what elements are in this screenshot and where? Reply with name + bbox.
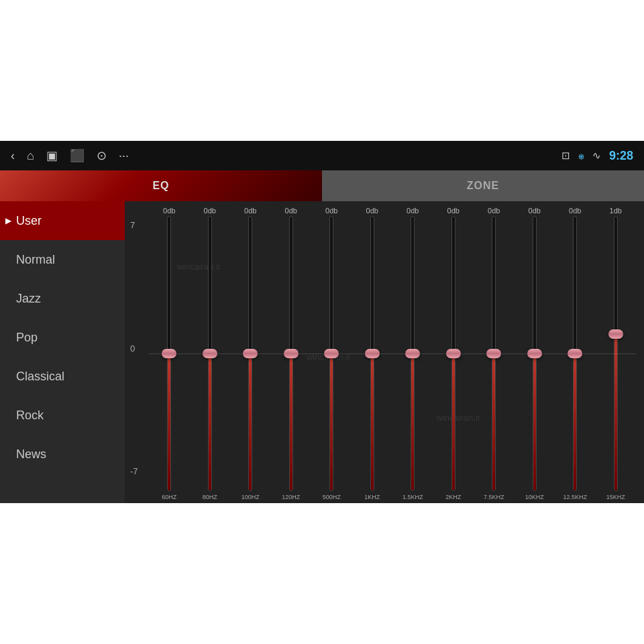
tab-zone-label: ZONE [467, 180, 499, 192]
sidebar-label-classical: Classical [16, 370, 64, 384]
eq-panel: wincairan.ir wincairan.ir wincairan.ir 7… [125, 201, 644, 503]
freq-label-cell: 500HZ [311, 494, 352, 500]
slider-handle[interactable] [608, 329, 623, 339]
sidebar-item-pop[interactable]: Pop [0, 318, 125, 357]
freq-label-cell: 2KHZ [433, 494, 474, 500]
db-value-cell: 0db [230, 207, 271, 215]
slider-track [329, 216, 333, 491]
slider-handle[interactable] [446, 349, 461, 358]
slider-track [208, 216, 212, 491]
freq-label-cell: 1KHZ [352, 494, 393, 500]
eq-sliders-area: 0db0db0db0db0db0db0db0db0db0db0db1db60HZ… [149, 207, 636, 500]
slider-fill [330, 354, 333, 490]
wifi-icon: ∿ [592, 150, 601, 162]
db-label: -7 [130, 466, 138, 476]
recents-icon[interactable]: ▣ [46, 148, 58, 163]
bluetooth-icon: ⎈ [578, 150, 584, 162]
slider-fill [168, 354, 170, 490]
slider-track [370, 216, 374, 491]
slider-handle[interactable] [284, 349, 299, 358]
sidebar-item-rock[interactable]: Rock [0, 396, 125, 435]
sidebar-item-user[interactable]: User [0, 201, 125, 240]
slider-handle[interactable] [486, 349, 501, 358]
eq-tracks-container [149, 216, 636, 491]
sidebar-item-classical[interactable]: Classical [0, 357, 125, 396]
sidebar-label-rock: Rock [16, 409, 44, 423]
slider-handle[interactable] [365, 349, 380, 358]
slider-handle[interactable] [324, 349, 339, 358]
freq-label-cell: 120HZ [271, 494, 312, 500]
camera-icon[interactable]: ⬛ [70, 148, 85, 163]
bag-icon[interactable]: ⊙ [97, 148, 107, 163]
slider-track [411, 216, 415, 491]
slider-fill [614, 334, 617, 490]
sidebar-item-news[interactable]: News [0, 435, 125, 474]
status-indicators: ⊡ ⎈ ∿ 9:28 [561, 149, 633, 163]
db-axis-labels: 70-7 [130, 220, 138, 476]
sidebar-label-news: News [16, 447, 46, 462]
tab-bar: EQ ZONE [0, 170, 644, 201]
zero-line [149, 354, 636, 354]
slider-fill [290, 354, 292, 490]
slider-handle[interactable] [405, 349, 420, 358]
db-value-cell: 0db [190, 207, 231, 215]
sidebar: User Normal Jazz Pop Classical Rock News [0, 201, 125, 503]
home-icon[interactable]: ⌂ [27, 149, 34, 163]
slider-fill [533, 354, 536, 490]
db-value-cell: 1db [596, 207, 637, 215]
sidebar-item-jazz[interactable]: Jazz [0, 279, 125, 318]
sidebar-label-pop: Pop [16, 331, 38, 345]
slider-handle[interactable] [162, 349, 176, 358]
freq-label-cell: 80HZ [190, 494, 231, 500]
main-content: User Normal Jazz Pop Classical Rock News [0, 201, 644, 503]
slider-track [167, 216, 171, 491]
db-label: 0 [130, 343, 138, 354]
slider-handle[interactable] [243, 349, 258, 358]
slider-track [533, 216, 537, 491]
back-icon[interactable]: ‹ [11, 149, 15, 163]
slider-handle[interactable] [527, 349, 542, 358]
sidebar-item-normal[interactable]: Normal [0, 240, 125, 279]
freq-label-cell: 100HZ [230, 494, 271, 500]
slider-handle[interactable] [568, 349, 582, 358]
slider-track [451, 216, 455, 491]
tab-eq[interactable]: EQ [0, 170, 322, 201]
freq-label-cell: 12.5KHZ [555, 494, 596, 500]
db-value-cell: 0db [311, 207, 352, 215]
slider-fill [209, 354, 211, 490]
nav-icons: ‹ ⌂ ▣ ⬛ ⊙ ··· [11, 148, 129, 163]
db-value-cell: 0db [433, 207, 474, 215]
slider-track [248, 216, 252, 491]
freq-label-cell: 10KHZ [515, 494, 555, 500]
tab-zone[interactable]: ZONE [322, 170, 644, 201]
time-display: 9:28 [609, 149, 633, 163]
tab-eq-label: EQ [152, 180, 169, 192]
slider-fill [492, 354, 495, 490]
slider-fill [574, 354, 576, 490]
db-value-cell: 0db [555, 207, 596, 215]
sidebar-label-jazz: Jazz [16, 292, 41, 306]
sidebar-label-user: User [16, 214, 42, 228]
db-value-cell: 0db [149, 207, 190, 215]
slider-fill [249, 354, 252, 490]
db-label: 7 [130, 220, 138, 230]
freq-label-cell: 7.5KHZ [474, 494, 515, 500]
sidebar-label-normal: Normal [16, 253, 55, 267]
more-icon[interactable]: ··· [119, 149, 129, 163]
device-frame: ‹ ⌂ ▣ ⬛ ⊙ ··· ⊡ ⎈ ∿ 9:28 EQ ZONE User [0, 141, 644, 503]
status-bar: ‹ ⌂ ▣ ⬛ ⊙ ··· ⊡ ⎈ ∿ 9:28 [0, 141, 644, 170]
freq-label-cell: 15KHZ [596, 494, 637, 500]
freq-label-row: 60HZ80HZ100HZ120HZ500HZ1KHZ1.5KHZ2KHZ7.5… [149, 494, 636, 500]
freq-label-cell: 1.5KHZ [392, 494, 433, 500]
db-value-cell: 0db [271, 207, 312, 215]
db-value-cell: 0db [392, 207, 433, 215]
slider-fill [452, 354, 455, 490]
slider-fill [371, 354, 374, 490]
db-value-cell: 0db [352, 207, 393, 215]
slider-track [289, 216, 293, 491]
slider-track [492, 216, 496, 491]
db-value-cell: 0db [515, 207, 555, 215]
db-value-cell: 0db [474, 207, 515, 215]
slider-fill [411, 354, 414, 490]
slider-handle[interactable] [203, 349, 217, 358]
